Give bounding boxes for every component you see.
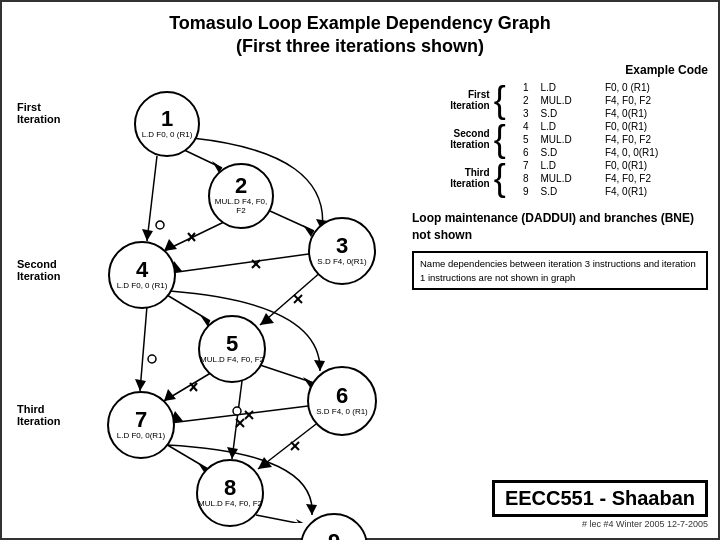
- right-panel: Example Code FirstIteration { 1 L.D F0, …: [402, 63, 708, 529]
- code-row-3-num: 3: [521, 107, 539, 120]
- svg-marker-50: [227, 447, 238, 459]
- eecc-label: EECC551 - Shaaban: [492, 480, 708, 517]
- node-2: 2 MUL.D F4, F0, F2: [208, 163, 274, 229]
- second-iter-label: SecondIteration: [412, 120, 492, 159]
- svg-line-23: [294, 295, 302, 303]
- svg-point-32: [148, 355, 156, 363]
- code-row-5-num: 5: [521, 133, 539, 146]
- code-row-9-op: S.D: [539, 185, 603, 198]
- svg-line-46: [232, 381, 242, 459]
- code-row-5-op: MUL.D: [539, 133, 603, 146]
- node-5: 5 MUL.D F4, F0, F2: [198, 315, 266, 383]
- code-row-4-op: L.D: [539, 120, 603, 133]
- code-row-2-op: MUL.D: [539, 94, 603, 107]
- code-row-3-op: S.D: [539, 107, 603, 120]
- svg-line-42: [258, 421, 320, 469]
- dependency-arrows: [12, 63, 402, 523]
- code-row-2-args: F4, F0, F2: [603, 94, 708, 107]
- loop-note: Loop maintenance (DADDUI) and branches (…: [412, 210, 708, 244]
- svg-line-33: [164, 371, 214, 401]
- third-iter-label: ThirdIteration: [412, 159, 492, 198]
- node-6: 6 S.D F4, 0 (R1): [307, 366, 377, 436]
- first-brace: {: [492, 81, 521, 120]
- svg-point-49: [233, 407, 241, 415]
- second-iteration-label: SecondIteration: [17, 258, 60, 282]
- first-iter-label: FirstIteration: [412, 81, 492, 120]
- node-7: 7 L.D F0, 0(R1): [107, 391, 175, 459]
- svg-marker-6: [142, 229, 153, 241]
- svg-line-39: [256, 515, 307, 523]
- lecture-note: # lec #4 Winter 2005 12-7-2005: [582, 519, 708, 529]
- slide-title: Tomasulo Loop Example Dependency Graph (…: [12, 12, 708, 59]
- node-3: 3 S.D F4, 0(R1): [308, 217, 376, 285]
- svg-line-30: [140, 306, 147, 391]
- code-row-9-num: 9: [521, 185, 539, 198]
- svg-line-37: [164, 443, 208, 469]
- code-row-8-num: 8: [521, 172, 539, 185]
- code-row-4-args: F0, 0(R1): [603, 120, 708, 133]
- code-row-7-op: L.D: [539, 159, 603, 172]
- code-row-9-args: F4, 0(R1): [603, 185, 708, 198]
- code-row-8-op: MUL.D: [539, 172, 603, 185]
- code-row-7-args: F0, 0(R1): [603, 159, 708, 172]
- svg-marker-15: [164, 239, 177, 251]
- svg-marker-31: [135, 379, 146, 391]
- svg-line-13: [188, 233, 195, 241]
- code-row-1-op: L.D: [539, 81, 603, 94]
- second-brace: {: [492, 120, 521, 159]
- svg-line-7: [170, 253, 316, 273]
- svg-line-17: [167, 295, 210, 321]
- svg-line-10: [252, 260, 260, 268]
- first-iteration-label: FirstIteration: [17, 101, 60, 125]
- svg-line-5: [147, 156, 157, 241]
- svg-marker-45: [258, 457, 272, 469]
- svg-line-22: [260, 271, 322, 325]
- code-row-1-num: 1: [521, 81, 539, 94]
- svg-line-24: [294, 295, 302, 303]
- code-row-8-args: F4, F0, F2: [603, 172, 708, 185]
- name-dep-note: Name dependencies between iteration 3 in…: [412, 251, 708, 290]
- svg-line-2: [270, 211, 314, 231]
- code-row-6-num: 6: [521, 146, 539, 159]
- code-row-3-args: F4, 0(R1): [603, 107, 708, 120]
- code-row-2-num: 2: [521, 94, 539, 107]
- node-9: 9 S.D F4, 0 (R1): [300, 513, 368, 540]
- svg-line-9: [252, 260, 260, 268]
- svg-line-47: [236, 419, 244, 427]
- example-code-title: Example Code: [412, 63, 708, 77]
- svg-line-28: [245, 411, 253, 419]
- svg-line-48: [236, 419, 244, 427]
- node-4: 4 L.D F0, 0 (R1): [108, 241, 176, 309]
- svg-line-35: [190, 383, 197, 391]
- svg-line-43: [291, 442, 299, 450]
- svg-line-19: [260, 365, 314, 383]
- svg-point-16: [156, 221, 164, 229]
- node-8: 8 MUL.D F4, F0, F2: [196, 459, 264, 527]
- svg-line-27: [245, 411, 253, 419]
- code-row-5-args: F4, F0, F2: [603, 133, 708, 146]
- third-iteration-label: ThirdIteration: [17, 403, 60, 427]
- graph-area: FirstIteration SecondIteration ThirdIter…: [12, 63, 402, 523]
- svg-line-14: [188, 233, 195, 241]
- svg-marker-40: [296, 519, 307, 523]
- code-table: FirstIteration { 1 L.D F0, 0 (R1) 2 MUL.…: [412, 81, 708, 198]
- code-row-4-num: 4: [521, 120, 539, 133]
- svg-line-44: [291, 442, 299, 450]
- code-row-1-args: F0, 0 (R1): [603, 81, 708, 94]
- svg-line-26: [170, 405, 316, 423]
- third-brace: {: [492, 159, 521, 198]
- code-row-7-num: 7: [521, 159, 539, 172]
- svg-line-0: [180, 148, 222, 168]
- svg-marker-25: [260, 313, 274, 325]
- svg-marker-21: [314, 360, 325, 371]
- code-row-6-args: F4, 0, 0(R1): [603, 146, 708, 159]
- svg-marker-36: [164, 389, 176, 401]
- svg-line-34: [190, 383, 197, 391]
- svg-marker-41: [306, 504, 317, 515]
- code-row-6-op: S.D: [539, 146, 603, 159]
- node-1: 1 L.D F0, 0 (R1): [134, 91, 200, 157]
- svg-line-12: [164, 221, 226, 251]
